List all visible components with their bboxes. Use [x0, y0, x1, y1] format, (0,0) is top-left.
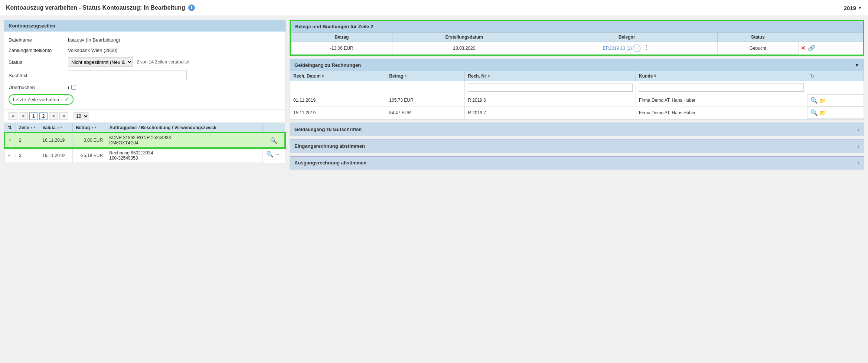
geld-row2-datum: 15.11.2019	[290, 107, 386, 119]
geld-row: 15.11.2019 84,47 EUR R 2019 7 Firma Demo…	[290, 107, 864, 119]
row2-beschreibung: Rechnung 650213934100-32549353	[106, 148, 263, 163]
pagination-page2[interactable]: 2	[39, 112, 48, 120]
row1-search-btn[interactable]: 🔍	[270, 137, 277, 144]
row1-valuta: 16.11.2019	[39, 133, 73, 148]
geldausgang-arrow-icon: ›	[858, 126, 859, 133]
eingangsrechnung-arrow-icon: ›	[858, 143, 859, 150]
belege-betrag: -13,06 EUR	[291, 42, 392, 55]
row1-betrag: 0,00 EUR	[73, 133, 106, 148]
right-panel: Belege und Buchungen für Zeile 2 Betrag …	[290, 20, 864, 170]
row1-search[interactable]: 🔍	[262, 133, 285, 148]
suchtext-input[interactable]	[68, 71, 187, 80]
belegnr-dots-btn[interactable]: ⋮	[642, 44, 651, 51]
ueberbuchen-checkbox[interactable]	[71, 85, 76, 90]
col-header-valuta: Valuta▲▼	[39, 123, 73, 133]
geldausgang-header[interactable]: Geldausgang zu Gutschriften ›	[290, 123, 864, 136]
belege-remove-btn[interactable]: ✕	[801, 45, 806, 52]
pagination-first-btn[interactable]: «	[9, 112, 17, 120]
row2-betrag: -25,18 EUR	[73, 148, 106, 163]
pagination-next-btn[interactable]: >	[49, 112, 58, 120]
belege-row: -13,06 EUR 18.03.2020 ER2019 13 (1) › ⋮ …	[291, 42, 863, 55]
geld-col-rechn: Rech. Nr ⇅	[465, 71, 636, 81]
geld-row: 01.11.2019 105,73 EUR R 2019 6 Firma Dem…	[290, 94, 864, 107]
belege-col-actions	[798, 33, 863, 42]
year-selector[interactable]: 2019 ▼	[844, 5, 862, 11]
belege-status: Gebucht	[718, 42, 798, 55]
status-select[interactable]: Nicht abgestimmt (Neu &	[68, 57, 133, 67]
belegnr-nav-icon[interactable]: ›	[633, 45, 640, 52]
geld-row1-datum: 01.11.2019	[290, 94, 386, 107]
table-wrapper: ⇅ Zeile▲▼ Valuta▲▼ Betrag▲▼ Auftraggeber…	[4, 123, 285, 163]
row2-action: +	[5, 148, 16, 163]
row2-arrow-icon[interactable]: →|	[275, 151, 282, 157]
belege-col-status: Status	[718, 33, 798, 42]
status-extra: 2 von 14 Zeilen verarbeitet	[137, 59, 189, 65]
geld-row2-rechn: R 2019 7	[465, 107, 636, 119]
dateiname-value: bsa.csv (In Bearbeitung)	[68, 37, 281, 43]
geldeingang-header[interactable]: Geldeingang zu Rechnungen ▼	[290, 59, 864, 71]
eingangsrechnung-header[interactable]: Eingangsrechnung abstimmen ›	[290, 140, 864, 153]
status-row: Status Nicht abgestimmt (Neu & 2 von 14 …	[9, 55, 281, 69]
ueberbuchen-info-icon[interactable]: i	[68, 85, 69, 90]
pagination-bar: « < 1 2 > » 10 25 50	[4, 110, 285, 123]
geld-row1-betrag: 105,73 EUR	[386, 94, 465, 107]
belege-row-actions: ✕ 🔗	[798, 42, 863, 54]
geldeingang-chevron-icon: ▼	[854, 62, 859, 68]
geld-row2-search-btn[interactable]: 🔍	[810, 109, 818, 116]
page-size-select[interactable]: 10 25 50	[73, 112, 89, 120]
geldeingang-section: Geldeingang zu Rechnungen ▼ Rech. Datum …	[290, 59, 864, 120]
belege-table: Betrag Erstellungsdatum Belegnr Status -…	[291, 32, 863, 55]
letzte-zeile-circle: Letzte Zeile vorhalten i ✓	[9, 94, 74, 105]
suchtext-row: Suchtext	[9, 69, 281, 82]
zahlungsmittelkonto-label: Zahlungsmittelkonto	[9, 48, 68, 53]
belege-section: Belege und Buchungen für Zeile 2 Betrag …	[290, 20, 864, 56]
geld-row1-actions: 🔍 📁	[807, 94, 864, 107]
geld-filter-betrag	[386, 81, 465, 94]
letzte-zeile-check-icon: ✓	[65, 97, 69, 102]
row2-zeile: 3	[16, 148, 39, 163]
ausgangsrechnung-section: Ausgangsrechnung abstimmen ›	[290, 156, 864, 170]
form-section: Dateiname bsa.csv (In Bearbeitung) Zahlu…	[4, 32, 285, 110]
col-header-beschreibung: Auftraggeber / Beschreibung / Verwendung…	[106, 123, 263, 133]
ausgangsrechnung-header[interactable]: Ausgangsrechnung abstimmen ›	[290, 156, 864, 169]
belegnr-link[interactable]: ER2019 13 (1)	[603, 46, 632, 51]
col-header-actions	[262, 123, 285, 133]
letzte-zeile-info-icon[interactable]: i	[61, 97, 62, 102]
status-label: Status	[9, 59, 68, 65]
belege-datum: 18.03.2020	[392, 42, 536, 55]
row1-beschreibung: KDNR 31862 RGNR 25244933DM6GXT4GJ4	[106, 133, 263, 148]
ueberbuchen-label: Überbuchen	[9, 85, 68, 90]
pagination-page1[interactable]: 1	[29, 112, 38, 120]
geld-row2-folder-icon[interactable]: 📁	[819, 110, 826, 116]
geld-row2-kunde: Firma Demo AT, Hans Huber	[636, 107, 807, 119]
filter-kunde-input[interactable]	[639, 84, 804, 92]
filter-rechn-input[interactable]	[468, 84, 633, 92]
zahlungsmittelkonto-row: Zahlungsmittelkonto Volksbank Wien (2800…	[9, 45, 281, 55]
ueberbuchen-row: Überbuchen i	[9, 82, 281, 92]
belege-col-belegnr: Belegnr	[536, 33, 718, 42]
belege-link-icon[interactable]: 🔗	[808, 45, 815, 52]
geldausgang-label: Geldausgang zu Gutschriften	[294, 127, 362, 132]
eingangsrechnung-label: Eingangsrechnung abstimmen	[294, 143, 365, 149]
row2-search-btn[interactable]: 🔍	[266, 151, 274, 158]
year-chevron-icon: ▼	[858, 5, 862, 10]
refresh-icon[interactable]: ↻	[810, 73, 815, 79]
geld-filter-kunde[interactable]	[636, 81, 807, 94]
geldausgang-section: Geldausgang zu Gutschriften ›	[290, 122, 864, 136]
table-row: + 3 19.11.2019 -25,18 EUR Rechnung 65021…	[5, 148, 285, 163]
letzte-zeile-row: Letzte Zeile vorhalten i ✓	[9, 92, 281, 107]
col-header-betrag: Betrag▲▼	[73, 123, 106, 133]
pagination-prev-btn[interactable]: <	[19, 112, 28, 120]
title-info-icon[interactable]: i	[188, 4, 195, 11]
geld-row2-betrag: 84,47 EUR	[386, 107, 465, 119]
geld-row1-search-btn[interactable]: 🔍	[810, 97, 818, 104]
col-header-zeile: Zeile▲▼	[16, 123, 39, 133]
suchtext-label: Suchtext	[9, 73, 68, 78]
row2-icons: 🔍 →|	[263, 148, 285, 160]
geld-row1-folder-icon[interactable]: 📁	[819, 98, 826, 104]
geld-filter-rechn[interactable]	[465, 81, 636, 94]
page-title: Kontoauszug verarbeiten - Status Kontoau…	[6, 4, 185, 11]
geld-col-refresh[interactable]: ↻	[807, 71, 864, 81]
pagination-last-btn[interactable]: »	[59, 112, 68, 120]
table-row: ✓ 2 16.11.2019 0,00 EUR KDNR 31862 RGNR …	[5, 133, 285, 148]
